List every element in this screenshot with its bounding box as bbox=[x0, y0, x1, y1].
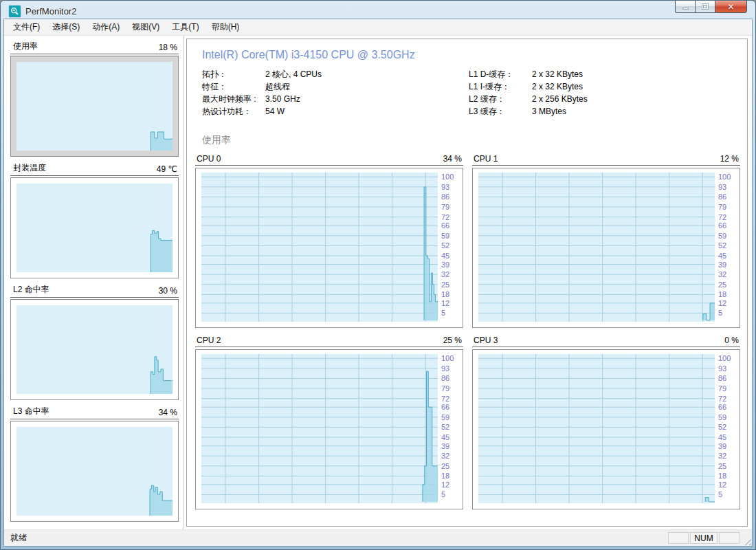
panel-value: 34 % bbox=[159, 408, 177, 417]
spec-label: L2 缓存： bbox=[469, 93, 532, 105]
spec-value: 3 MBytes bbox=[532, 105, 740, 118]
client-area: 使用率 18 % 封装温度 49 ℃ L2 命中率 30 % bbox=[4, 36, 752, 529]
spec-label: L1 I-缓存： bbox=[469, 80, 532, 93]
spec-label: L1 D-缓存： bbox=[469, 68, 532, 80]
spec-value: 3.50 GHz bbox=[265, 93, 469, 105]
menu-action[interactable]: 动作(A) bbox=[86, 19, 126, 35]
cpu1-plot: 100938679726659524539322518125 bbox=[472, 168, 740, 328]
panel-label: L2 命中率 bbox=[13, 284, 49, 296]
main-panel: Intel(R) Core(TM) i3-4150 CPU @ 3.50GHz … bbox=[186, 38, 748, 527]
spec-value: 超线程 bbox=[265, 80, 469, 93]
window-controls: ✕ bbox=[676, 1, 747, 13]
sidebar-panel-temperature[interactable]: 封装温度 49 ℃ bbox=[10, 162, 179, 278]
cpu1-chart: CPU 1 12 % 10093867972665952453932251812… bbox=[472, 154, 740, 328]
cpu0-chart: CPU 0 34 % 10093867972665952453932251812… bbox=[195, 154, 463, 328]
cpu-specs: 拓扑： 2 核心, 4 CPUs L1 D-缓存： 2 x 32 KBytes … bbox=[202, 68, 740, 118]
status-cell-empty bbox=[719, 532, 740, 544]
sidebar: 使用率 18 % 封装温度 49 ℃ L2 命中率 30 % bbox=[4, 36, 181, 529]
chart-label: CPU 1 bbox=[474, 154, 498, 164]
spec-label: 特征： bbox=[202, 80, 265, 93]
y-axis-labels: 100938679726659524539322518125 bbox=[716, 354, 738, 503]
panel-label: 封装温度 bbox=[13, 162, 46, 174]
panel-value: 18 % bbox=[159, 43, 177, 52]
sidebar-panel-usage[interactable]: 使用率 18 % bbox=[10, 40, 179, 157]
spec-label: 热设计功耗： bbox=[202, 105, 265, 118]
spec-label: L3 缓存： bbox=[469, 105, 532, 118]
status-cell-empty bbox=[668, 532, 689, 544]
spec-value: 2 x 256 KBytes bbox=[532, 93, 740, 105]
chart-value: 34 % bbox=[443, 154, 462, 164]
cpu0-plot: 100938679726659524539322518125 bbox=[195, 168, 463, 328]
menu-help[interactable]: 帮助(H) bbox=[205, 19, 246, 35]
status-cell-num: NUM bbox=[690, 532, 718, 544]
sidebar-panel-l2-hitrate[interactable]: L2 命中率 30 % bbox=[10, 283, 179, 400]
titlebar[interactable]: PerfMonitor2 ✕ bbox=[3, 1, 753, 19]
minimize-button[interactable] bbox=[675, 1, 696, 13]
maximize-icon bbox=[702, 3, 709, 10]
spec-value: 54 W bbox=[265, 105, 469, 118]
panel-value: 49 ℃ bbox=[157, 164, 177, 174]
mini-chart-l3-hitrate[interactable] bbox=[10, 421, 179, 522]
y-axis-labels: 100938679726659524539322518125 bbox=[439, 173, 461, 322]
menubar: 文件(F) 选择(S) 动作(A) 视图(V) 工具(T) 帮助(H) bbox=[4, 19, 752, 36]
app-icon bbox=[9, 6, 21, 17]
maximize-button[interactable] bbox=[695, 1, 715, 13]
chart-value: 25 % bbox=[443, 336, 462, 345]
mini-chart-l2-hitrate[interactable] bbox=[10, 299, 179, 400]
cpu-title: Intel(R) Core(TM) i3-4150 CPU @ 3.50GHz bbox=[202, 49, 740, 61]
cpu3-chart: CPU 3 0 % 100938679726659524539322518125 bbox=[472, 336, 740, 509]
panel-label: 使用率 bbox=[13, 41, 38, 52]
spec-label: 拓扑： bbox=[202, 68, 265, 80]
window-title: PerfMonitor2 bbox=[25, 6, 76, 16]
spec-value: 2 x 32 KBytes bbox=[532, 68, 740, 80]
mini-chart-usage[interactable] bbox=[10, 56, 179, 157]
chart-value: 0 % bbox=[724, 336, 739, 345]
app-window: PerfMonitor2 ✕ 文件(F) 选择(S) 动作(A) 视图(V) 工… bbox=[0, 0, 756, 550]
y-axis-labels: 100938679726659524539322518125 bbox=[716, 173, 738, 322]
chart-label: CPU 0 bbox=[197, 154, 221, 164]
section-title-usage: 使用率 bbox=[202, 134, 740, 146]
cpu2-plot: 100938679726659524539322518125 bbox=[195, 349, 463, 509]
cpu2-chart: CPU 2 25 % 10093867972665952453932251812… bbox=[195, 336, 463, 509]
menu-view[interactable]: 视图(V) bbox=[126, 19, 166, 35]
menu-select[interactable]: 选择(S) bbox=[46, 19, 86, 35]
panel-label: L3 命中率 bbox=[13, 406, 49, 417]
mini-chart-temperature[interactable] bbox=[10, 177, 179, 278]
chart-label: CPU 3 bbox=[474, 336, 498, 345]
cpu3-plot: 100938679726659524539322518125 bbox=[472, 349, 740, 509]
statusbar: 就绪 NUM bbox=[4, 529, 752, 546]
spec-label: 最大时钟频率 : bbox=[202, 93, 265, 105]
close-button[interactable]: ✕ bbox=[715, 1, 747, 13]
menu-tools[interactable]: 工具(T) bbox=[166, 19, 205, 35]
splitter[interactable] bbox=[181, 36, 186, 529]
resize-grip[interactable] bbox=[742, 536, 751, 545]
spec-value: 2 x 32 KBytes bbox=[532, 80, 740, 93]
chart-label: CPU 2 bbox=[197, 336, 221, 345]
spec-value: 2 核心, 4 CPUs bbox=[265, 68, 469, 80]
menu-file[interactable]: 文件(F) bbox=[7, 19, 46, 35]
panel-value: 30 % bbox=[159, 286, 177, 296]
y-axis-labels: 100938679726659524539322518125 bbox=[439, 354, 461, 503]
chart-value: 12 % bbox=[720, 154, 739, 164]
app-frame: 文件(F) 选择(S) 动作(A) 视图(V) 工具(T) 帮助(H) 使用率 … bbox=[3, 19, 753, 547]
cpu-chart-grid: CPU 0 34 % 10093867972665952453932251812… bbox=[195, 154, 740, 509]
status-cells: NUM bbox=[668, 532, 740, 544]
sidebar-panel-l3-hitrate[interactable]: L3 命中率 34 % bbox=[10, 405, 179, 522]
status-message: 就绪 bbox=[10, 532, 27, 544]
minimize-icon bbox=[682, 8, 689, 10]
close-icon: ✕ bbox=[727, 3, 734, 11]
